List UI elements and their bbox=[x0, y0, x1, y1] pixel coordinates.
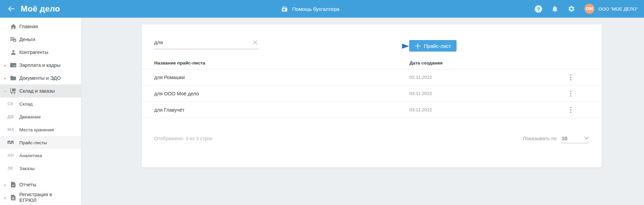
expand-plus-icon[interactable]: + bbox=[2, 182, 8, 188]
sidebar-item-registration[interactable]: + Регистрация в ЕГРЮЛ bbox=[0, 191, 81, 204]
table-header: Название прайс-листа Дата создания bbox=[142, 57, 602, 69]
svg-text:?: ? bbox=[537, 6, 540, 12]
per-page-control: Показывать по 10 bbox=[523, 134, 589, 143]
collapse-minus-icon[interactable]: − bbox=[2, 88, 8, 94]
per-page-label: Показывать по bbox=[523, 136, 557, 141]
sidebar-item-warehouse[interactable]: − Склад и заказы bbox=[0, 85, 81, 97]
app-logo[interactable]: Моё дело bbox=[21, 4, 60, 14]
home-icon bbox=[9, 22, 17, 31]
rows-shown-status: Отображено: 3 из 3 строк bbox=[154, 136, 212, 141]
pricelist-date: 03.11.2022 bbox=[409, 91, 432, 96]
column-date-header: Дата создания bbox=[409, 60, 443, 66]
gear-icon[interactable] bbox=[567, 5, 576, 13]
pricelist-name: для ООО Моё дело bbox=[154, 91, 199, 96]
table-row[interactable]: для ООО Моё дело 03.11.2022 bbox=[142, 86, 602, 102]
sidebar-subitem-sklad[interactable]: СК Склад bbox=[0, 97, 81, 110]
add-pricelist-button[interactable]: Прайс-лист bbox=[409, 40, 457, 52]
table-row[interactable]: для Главучёт 03.11.2022 bbox=[142, 102, 602, 118]
contractors-icon bbox=[9, 48, 17, 56]
header-right: ? ОМ ООО "МОЕ ДЕЛО" bbox=[534, 0, 638, 18]
sidebar-subitem-analytics[interactable]: АН Аналитика bbox=[0, 149, 81, 162]
reports-icon bbox=[9, 181, 17, 189]
pricelist-name: для Главучёт bbox=[154, 107, 184, 113]
add-pricelist-label: Прайс-лист bbox=[424, 43, 451, 49]
annotation-arrow bbox=[359, 42, 410, 51]
salary-icon bbox=[9, 61, 17, 69]
table-footer: Отображено: 3 из 3 строк Показывать по 1… bbox=[154, 132, 589, 145]
cashbox-icon bbox=[281, 5, 288, 13]
table-body: для Ромашки 02.11.2022 для ООО Моё дело … bbox=[142, 69, 602, 118]
sidebar-item-contractors[interactable]: Контрагенты bbox=[0, 46, 81, 59]
sidebar-item-money[interactable]: ₽ Деньги bbox=[0, 33, 81, 46]
sidebar-item-documents[interactable]: + Документы и ЭДО bbox=[0, 72, 81, 85]
back-arrow-icon[interactable] bbox=[7, 4, 16, 13]
row-actions-menu-icon[interactable] bbox=[568, 74, 574, 81]
pricelists-card: Прайс-лист Название прайс-листа Дата соз… bbox=[142, 24, 602, 167]
search-input[interactable] bbox=[154, 36, 247, 49]
help-icon[interactable]: ? bbox=[534, 5, 542, 13]
help-center-label: Помощь бухгалтера bbox=[292, 6, 339, 12]
sidebar-subitem-orders[interactable]: ЗК Заказы bbox=[0, 162, 81, 175]
sidebar: Главная ₽ Деньги Контрагенты + Зарп bbox=[0, 18, 81, 205]
top-bar: Моё дело Помощь бухгалтера ? bbox=[0, 0, 644, 18]
sidebar-item-main[interactable]: Главная bbox=[0, 20, 81, 33]
row-actions-menu-icon[interactable] bbox=[568, 90, 574, 97]
avatar[interactable]: ОМ bbox=[584, 4, 595, 14]
sidebar-subitem-pricelists[interactable]: ПЛ Прайс-листы bbox=[0, 136, 81, 149]
chevron-down-icon bbox=[584, 137, 589, 140]
pricelist-name: для Ромашки bbox=[154, 75, 185, 80]
sidebar-item-reports[interactable]: + Отчеты bbox=[0, 178, 81, 191]
warehouse-icon bbox=[9, 87, 17, 95]
row-actions-menu-icon[interactable] bbox=[568, 106, 574, 114]
header-left: Моё дело bbox=[7, 0, 60, 18]
documents-icon bbox=[9, 74, 17, 82]
sidebar-subitem-mesta[interactable]: МХ Места хранения bbox=[0, 123, 81, 136]
company-name[interactable]: ООО "МОЕ ДЕЛО" bbox=[598, 6, 638, 12]
search-box bbox=[154, 36, 259, 49]
per-page-select[interactable]: 10 bbox=[562, 134, 589, 143]
registration-icon bbox=[9, 193, 17, 202]
money-icon: ₽ bbox=[9, 35, 17, 43]
help-center-link[interactable]: Помощь бухгалтера bbox=[281, 0, 339, 18]
clear-search-icon[interactable] bbox=[252, 39, 258, 45]
pricelist-date: 03.11.2022 bbox=[409, 107, 432, 112]
expand-plus-icon[interactable]: + bbox=[2, 62, 8, 68]
expand-plus-icon[interactable]: + bbox=[2, 195, 8, 201]
column-name-header: Название прайс-листа bbox=[154, 60, 205, 66]
per-page-value: 10 bbox=[562, 135, 567, 141]
table-row[interactable]: для Ромашки 02.11.2022 bbox=[142, 69, 602, 86]
expand-plus-icon[interactable]: + bbox=[2, 75, 8, 81]
sidebar-subitem-dvizhenie[interactable]: ДВ Движение bbox=[0, 110, 81, 123]
bell-icon[interactable] bbox=[551, 5, 559, 13]
svg-text:₽: ₽ bbox=[14, 39, 15, 42]
sidebar-item-salary[interactable]: + Зарплата и кадры bbox=[0, 59, 81, 72]
plus-icon bbox=[415, 43, 421, 49]
pricelist-date: 02.11.2022 bbox=[409, 75, 432, 80]
